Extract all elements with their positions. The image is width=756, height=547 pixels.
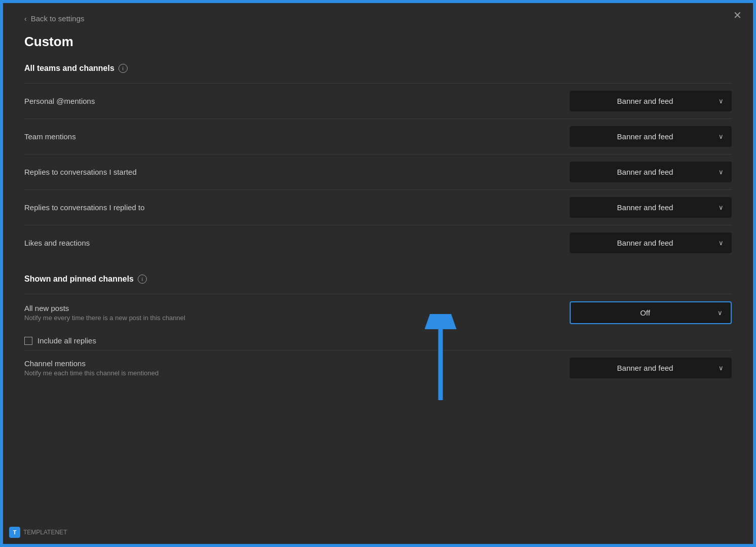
section-shown-pinned: Shown and pinned channels i All new post… <box>24 275 732 385</box>
label-all-new-posts: All new posts <box>24 304 185 312</box>
checkbox-include-replies[interactable] <box>24 337 32 345</box>
row-replies-replied: Replies to conversations I replied to Ba… <box>24 189 732 225</box>
sublabel-all-new-posts: Notify me every time there is a new post… <box>24 314 185 322</box>
label-likes-reactions: Likes and reactions <box>24 239 90 247</box>
section-all-teams: All teams and channels i Personal @menti… <box>24 64 732 260</box>
dropdown-all-new-posts[interactable]: Off ∨ <box>570 301 732 324</box>
chevron-down-icon: ∨ <box>719 133 724 140</box>
row-team-mentions: Team mentions Banner and feed ∨ <box>24 119 732 154</box>
section-header-shown-pinned: Shown and pinned channels i <box>24 275 732 284</box>
label-include-replies: Include all replies <box>37 336 96 345</box>
channel-mentions-labels: Channel mentions Notify me each time thi… <box>24 359 158 377</box>
dropdown-value-team-mentions: Banner and feed <box>578 132 712 141</box>
row-include-all-replies: Include all replies <box>24 331 732 350</box>
dropdown-likes-reactions[interactable]: Banner and feed ∨ <box>570 232 732 253</box>
chevron-down-icon: ∨ <box>719 204 724 211</box>
label-personal-mentions: Personal @mentions <box>24 97 95 105</box>
dropdown-personal-mentions[interactable]: Banner and feed ∨ <box>570 91 732 111</box>
watermark-logo: T <box>9 527 20 538</box>
dropdown-value-likes-reactions: Banner and feed <box>578 239 712 247</box>
watermark: T TEMPLATENET <box>9 527 67 538</box>
sublabel-channel-mentions: Notify me each time this channel is ment… <box>24 369 158 377</box>
dropdown-channel-mentions[interactable]: Banner and feed ∨ <box>570 358 732 378</box>
back-navigation[interactable]: ‹ Back to settings <box>24 14 732 23</box>
section-header-label: All teams and channels <box>24 64 114 73</box>
chevron-down-icon: ∨ <box>719 239 724 247</box>
dropdown-value-channel-mentions: Banner and feed <box>578 364 712 372</box>
row-channel-mentions: Channel mentions Notify me each time thi… <box>24 350 732 385</box>
label-team-mentions: Team mentions <box>24 132 76 141</box>
chevron-down-icon: ∨ <box>719 168 724 176</box>
dropdown-replies-replied[interactable]: Banner and feed ∨ <box>570 197 732 218</box>
chevron-down-icon: ∨ <box>718 309 723 317</box>
dropdown-replies-started[interactable]: Banner and feed ∨ <box>570 162 732 182</box>
row-replies-started: Replies to conversations I started Banne… <box>24 154 732 189</box>
all-teams-rows: Personal @mentions Banner and feed ∨ Tea… <box>24 83 732 260</box>
chevron-down-icon: ∨ <box>719 364 724 372</box>
dropdown-value-personal-mentions: Banner and feed <box>578 97 712 105</box>
dropdown-value-all-new-posts: Off <box>579 308 711 317</box>
section-header-label-shown-pinned: Shown and pinned channels <box>24 275 134 284</box>
row-likes-reactions: Likes and reactions Banner and feed ∨ <box>24 225 732 260</box>
info-icon-shown-pinned[interactable]: i <box>138 275 147 284</box>
close-button[interactable]: ✕ <box>733 9 742 21</box>
label-channel-mentions: Channel mentions <box>24 359 158 368</box>
watermark-text: TEMPLATENET <box>23 529 67 536</box>
info-icon-all-teams[interactable]: i <box>118 64 128 73</box>
back-chevron-icon: ‹ <box>24 15 27 23</box>
back-label: Back to settings <box>31 14 85 23</box>
dropdown-team-mentions[interactable]: Banner and feed ∨ <box>570 126 732 147</box>
all-new-posts-labels: All new posts Notify me every time there… <box>24 304 185 322</box>
row-personal-mentions: Personal @mentions Banner and feed ∨ <box>24 83 732 119</box>
row-all-new-posts: All new posts Notify me every time there… <box>24 294 732 331</box>
dropdown-value-replies-started: Banner and feed <box>578 168 712 176</box>
label-replies-started: Replies to conversations I started <box>24 168 137 176</box>
label-replies-replied: Replies to conversations I replied to <box>24 203 145 212</box>
page-title: Custom <box>24 34 732 50</box>
section-header-all-teams: All teams and channels i <box>24 64 732 73</box>
chevron-down-icon: ∨ <box>719 97 724 105</box>
dropdown-value-replies-replied: Banner and feed <box>578 203 712 212</box>
